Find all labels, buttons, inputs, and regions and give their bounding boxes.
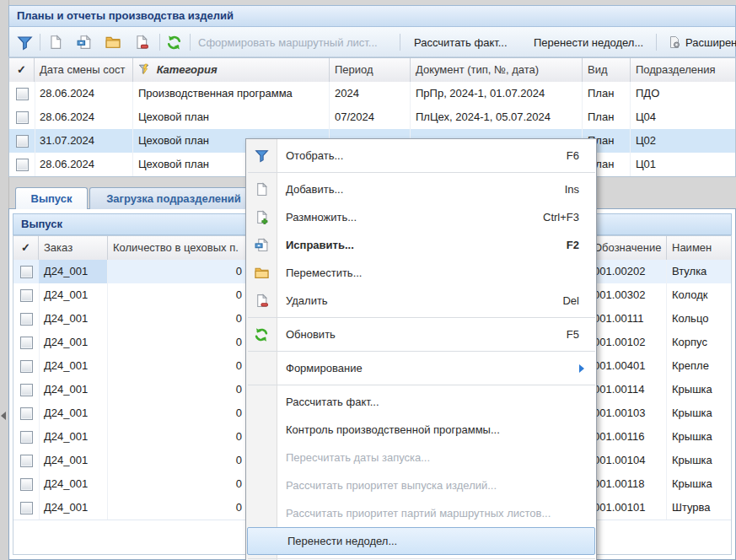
cell-quantity: 0: [108, 378, 250, 401]
menu-item-label: Формирование: [286, 362, 363, 374]
menu-item-prioritet-partij[interactable]: Рассчитать приоритет партий маршрутных л…: [246, 499, 596, 527]
cell-designation: 001.00202: [588, 260, 667, 283]
edit-button[interactable]: [77, 33, 92, 51]
cell-category: Производственная программа: [133, 82, 330, 105]
header-date[interactable]: Дата смены сост: [35, 58, 133, 82]
header-order[interactable]: Заказ: [39, 236, 108, 260]
menu-item-pereschitat-daty[interactable]: Пересчитать даты запуска...: [246, 444, 596, 471]
header-category[interactable]: Категория: [133, 58, 330, 82]
menu-item-dobavit[interactable]: Добавить... Ins: [246, 175, 596, 203]
extended-button[interactable]: Расширен: [668, 33, 736, 51]
menu-item-label: Контроль производственной программы...: [286, 423, 500, 436]
cell-period: 07/2024: [330, 105, 411, 129]
row-checkbox[interactable]: [20, 502, 33, 514]
header-kind[interactable]: Вид: [583, 58, 631, 82]
collapse-left-icon[interactable]: [1, 412, 6, 420]
menu-item-udalit[interactable]: Удалить Del: [246, 287, 596, 315]
menu-item-shortcut: Ctrl+F3: [543, 211, 579, 223]
filter-button[interactable]: [17, 33, 33, 51]
cell-designation: 001.00401: [588, 354, 667, 378]
cell-kind: План: [583, 82, 631, 105]
cell-quantity: 0: [108, 449, 250, 472]
menu-item-shortcut: F5: [567, 328, 579, 341]
row-checkbox[interactable]: [16, 111, 29, 124]
menu-separator: [248, 556, 595, 560]
add-button[interactable]: [48, 33, 63, 51]
row-checkbox[interactable]: [20, 407, 33, 420]
row-checkbox[interactable]: [20, 289, 33, 302]
cell-date: 28.06.2024: [35, 105, 133, 129]
header-designation[interactable]: Обозначение: [588, 236, 667, 260]
transfer-backlog-button[interactable]: Перенести недодел...: [534, 33, 643, 51]
plans-row[interactable]: 28.06.2024 Цеховой план 07/2024 ПлЦех, 2…: [9, 105, 736, 130]
menu-item-peremestit[interactable]: Переместить...: [246, 259, 596, 287]
header-check[interactable]: ✓: [9, 58, 35, 82]
row-checkbox[interactable]: [20, 360, 33, 373]
plans-row[interactable]: 28.06.2024 Производственная программа 20…: [9, 82, 736, 106]
cell-order: Д24_001: [39, 496, 108, 520]
row-checkbox[interactable]: [20, 313, 33, 326]
menu-item-perenesti-nedodel[interactable]: Перенести недодел...: [247, 527, 595, 555]
report-gear-icon: [668, 35, 681, 49]
window-title: Планы и отчеты производства изделий: [8, 5, 736, 27]
cell-quantity: 0: [108, 260, 250, 283]
tab-vypusk[interactable]: Выпуск: [15, 187, 88, 209]
move-button[interactable]: [105, 33, 121, 51]
cell-designation: 001.00116: [588, 425, 667, 449]
menu-item-razmnozhit[interactable]: Размножить... Ctrl+F3: [246, 203, 596, 231]
delete-document-icon: [254, 293, 269, 309]
row-checkbox[interactable]: [16, 135, 29, 148]
menu-item-rasschitat-fakt[interactable]: Рассчитать факт...: [246, 388, 596, 416]
cell-quantity: 0: [108, 283, 250, 307]
row-checkbox[interactable]: [20, 266, 33, 278]
cell-category: Цеховой план: [133, 105, 330, 129]
menu-item-kontrol-programmy[interactable]: Контроль производственной программы...: [246, 416, 596, 444]
menu-item-formirovanie[interactable]: Формирование: [246, 354, 596, 382]
menu-item-label: Переместить...: [286, 267, 362, 279]
header-period[interactable]: Период: [330, 58, 411, 82]
header-quantity[interactable]: Количество в цеховых п.: [108, 236, 250, 260]
menu-item-otobrat[interactable]: Отобрать... F6: [246, 142, 596, 170]
menu-separator: [248, 382, 595, 388]
tab-zagruzka-podrazdelenij[interactable]: Загрузка подразделений: [89, 187, 258, 209]
header-name[interactable]: Наимен: [667, 236, 732, 260]
menu-item-label: Перенести недодел...: [287, 535, 397, 547]
add-document-icon: [254, 182, 269, 197]
cell-order: Д24_001: [39, 260, 108, 283]
edit-document-icon: [254, 238, 269, 253]
row-checkbox[interactable]: [16, 88, 29, 100]
cell-name: Крышка: [667, 472, 732, 496]
row-checkbox[interactable]: [20, 455, 33, 467]
header-check[interactable]: ✓: [13, 236, 39, 260]
header-document[interactable]: Документ (тип, №, дата): [411, 58, 583, 82]
menu-item-label: Размножить...: [286, 211, 357, 223]
cell-designation: 001.00114: [588, 378, 667, 401]
menu-item-label: Добавить...: [286, 183, 343, 196]
menu-item-ispravit[interactable]: Исправить... F2: [246, 231, 596, 259]
generate-route-sheet-button[interactable]: Сформировать маршрутный лист...: [198, 33, 378, 51]
menu-item-label: Отобрать...: [286, 149, 343, 162]
calc-fact-button[interactable]: Рассчитать факт...: [414, 33, 508, 51]
menu-item-obnovit[interactable]: Обновить F5: [246, 320, 596, 348]
row-checkbox[interactable]: [16, 159, 29, 171]
header-departments[interactable]: Подразделения: [631, 58, 736, 82]
toolbar-separator: [40, 34, 40, 51]
cell-departments: Ц01: [631, 153, 736, 176]
row-checkbox[interactable]: [20, 337, 33, 349]
menu-item-prioritet-vypuska[interactable]: Рассчитать приоритет выпуска изделий...: [246, 471, 596, 499]
cell-quantity: 0: [108, 307, 250, 331]
refresh-button[interactable]: [166, 33, 182, 51]
cell-quantity: 0: [108, 472, 250, 496]
row-checkbox[interactable]: [20, 431, 33, 444]
menu-item-shortcut: F2: [567, 239, 579, 251]
menu-item-shortcut: Ins: [565, 183, 579, 196]
cell-date: 31.07.2024: [35, 129, 133, 153]
cell-departments: Ц02: [631, 129, 736, 153]
menu-item-label: Рассчитать приоритет выпуска изделий...: [286, 479, 497, 492]
delete-button[interactable]: [134, 33, 149, 51]
cell-quantity: 0: [108, 425, 250, 449]
row-checkbox[interactable]: [20, 478, 33, 491]
cell-order: Д24_001: [39, 425, 108, 449]
row-checkbox[interactable]: [20, 384, 33, 396]
cell-departments: Ц04: [631, 105, 736, 129]
